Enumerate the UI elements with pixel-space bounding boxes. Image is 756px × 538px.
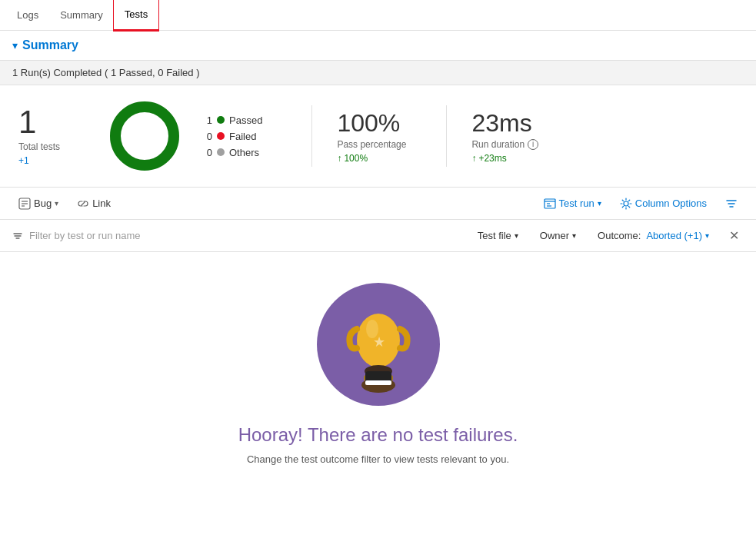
filter-icon — [725, 198, 738, 210]
close-filter-button[interactable]: ✕ — [724, 227, 744, 244]
main-content: ★ Hooray! There are no test failures. Ch… — [0, 252, 756, 496]
column-options-button[interactable]: Column Options — [614, 194, 713, 213]
svg-point-10 — [624, 201, 628, 206]
link-label: Link — [92, 198, 111, 209]
stats-section: 1 Total tests +1 1 Passed 0 Failed 0 Oth… — [0, 85, 756, 188]
others-label: Others — [229, 147, 259, 158]
link-icon — [77, 198, 89, 210]
tab-bar: Logs Summary Tests — [0, 0, 756, 31]
filter-bar: Filter by test or run name Test file ▾ O… — [0, 220, 756, 252]
donut-chart — [106, 98, 183, 174]
stats-divider — [311, 105, 312, 167]
summary-title: Summary — [22, 38, 78, 52]
total-tests-label: Total tests — [18, 141, 88, 152]
test-file-label: Test file — [478, 230, 511, 241]
empty-state-subtitle: Change the test outcome filter to view t… — [247, 453, 509, 465]
filter-right: Test file ▾ Owner ▾ Outcome: Aborted (+1… — [471, 227, 744, 244]
trophy-circle: ★ — [317, 283, 440, 406]
filter-placeholder: Filter by test or run name — [29, 230, 141, 241]
pass-percentage-value: 100% — [337, 109, 421, 138]
link-button[interactable]: Link — [71, 194, 117, 213]
summary-chevron[interactable]: ▾ — [12, 39, 18, 51]
test-file-button[interactable]: Test file ▾ — [471, 227, 525, 244]
owner-chevron: ▾ — [572, 231, 576, 240]
failed-label: Failed — [229, 131, 256, 142]
outcome-label: Outcome: — [598, 230, 641, 241]
outcome-chevron: ▾ — [705, 231, 709, 240]
total-tests-delta: +1 — [18, 155, 88, 166]
owner-label: Owner — [540, 230, 569, 241]
bug-chevron: ▾ — [55, 199, 58, 208]
others-count: 0 — [201, 147, 212, 158]
tab-tests[interactable]: Tests — [114, 0, 158, 31]
test-run-label: Test run — [559, 198, 594, 209]
svg-rect-19 — [365, 380, 391, 385]
tab-logs[interactable]: Logs — [6, 0, 49, 31]
info-icon: i — [528, 139, 538, 150]
passed-dot — [217, 116, 225, 124]
test-run-chevron: ▾ — [598, 199, 601, 208]
test-file-chevron: ▾ — [515, 231, 518, 240]
total-tests-box: 1 Total tests +1 — [18, 106, 88, 166]
outcome-value: Aborted (+1) — [644, 230, 702, 241]
bug-icon — [18, 198, 31, 210]
run-duration-delta: ↑ +23ms — [471, 153, 556, 164]
toolbar: Bug ▾ Link Test run ▾ — [0, 188, 756, 220]
status-bar: 1 Run(s) Completed ( 1 Passed, 0 Failed … — [0, 61, 756, 85]
filter-button[interactable] — [719, 194, 744, 213]
run-duration-box: 23ms Run duration i ↑ +23ms — [471, 109, 556, 164]
run-duration-value: 23ms — [471, 109, 556, 138]
duration-delta-value: +23ms — [478, 153, 506, 164]
filter-left: Filter by test or run name — [12, 230, 471, 241]
tab-summary[interactable]: Summary — [49, 0, 114, 31]
stats-divider-2 — [446, 105, 447, 167]
passed-count: 1 — [201, 115, 212, 126]
pass-percentage-delta: ↑ 100% — [337, 153, 421, 164]
toolbar-left: Bug ▾ Link — [12, 194, 538, 213]
pass-percentage-box: 100% Pass percentage ↑ 100% — [337, 109, 421, 164]
outcome-filter-button[interactable]: Outcome: Aborted (+1) ▾ — [591, 227, 715, 244]
bug-label: Bug — [34, 198, 52, 209]
run-duration-label: Run duration i — [471, 139, 556, 150]
status-text: 1 Run(s) Completed ( 1 Passed, 0 Failed … — [12, 67, 200, 78]
column-options-icon — [620, 198, 632, 210]
hooray-text: Hooray! There are no test failures. — [238, 424, 518, 446]
failed-dot — [217, 132, 225, 140]
arrow-up-duration: ↑ — [471, 153, 476, 164]
filter-search-icon — [12, 231, 23, 241]
test-run-button[interactable]: Test run ▾ — [538, 194, 608, 213]
owner-button[interactable]: Owner ▾ — [534, 227, 582, 244]
test-run-icon — [544, 198, 556, 210]
svg-point-1 — [115, 107, 174, 165]
legend-failed: 0 Failed — [201, 131, 262, 142]
total-tests-number: 1 — [18, 106, 88, 138]
toolbar-right: Test run ▾ Column Options — [538, 194, 744, 213]
passed-label: Passed — [229, 115, 262, 126]
legend-others: 0 Others — [201, 147, 262, 158]
legend: 1 Passed 0 Failed 0 Others — [201, 115, 262, 158]
trophy-icon: ★ — [336, 294, 421, 394]
others-dot — [217, 148, 225, 156]
pass-delta-value: 100% — [344, 153, 368, 164]
failed-count: 0 — [201, 131, 212, 142]
bug-button[interactable]: Bug ▾ — [12, 194, 65, 213]
pass-percentage-label: Pass percentage — [337, 139, 421, 150]
arrow-up-pass: ↑ — [337, 153, 341, 164]
svg-text:★: ★ — [373, 334, 385, 350]
column-options-label: Column Options — [635, 198, 707, 209]
summary-header: ▾ Summary — [0, 31, 756, 61]
legend-passed: 1 Passed — [201, 115, 262, 126]
